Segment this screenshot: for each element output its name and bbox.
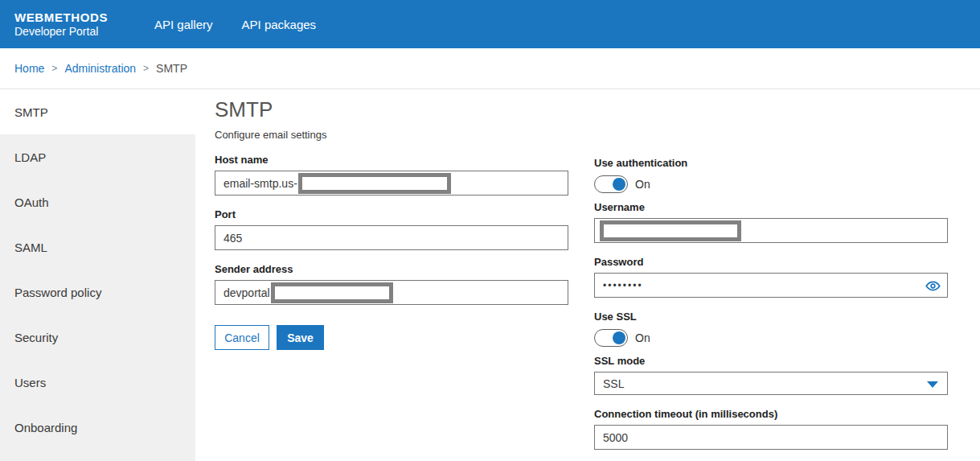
sidebar-item-smtp[interactable]: SMTP	[0, 89, 195, 134]
username-input[interactable]	[594, 218, 948, 243]
breadcrumb-home[interactable]: Home	[14, 62, 44, 75]
nav-api-packages[interactable]: API packages	[242, 18, 317, 31]
port-label: Port	[215, 208, 568, 220]
connection-timeout-input[interactable]	[594, 425, 948, 450]
sender-address-input[interactable]: devportal	[215, 280, 568, 305]
sidebar-item-security[interactable]: Security	[0, 315, 195, 360]
connection-timeout-field-group: Connection timeout (in milliseconds)	[594, 408, 948, 450]
redaction-box	[271, 282, 393, 303]
password-masked-value: ••••••••	[603, 280, 643, 291]
use-ssl-toggle[interactable]	[594, 329, 628, 347]
ssl-mode-selected-value: SSL	[603, 377, 624, 390]
password-label: Password	[594, 256, 948, 268]
webmethods-logo[interactable]: WEBMETHODS Developer Portal	[14, 10, 108, 39]
sender-address-label: Sender address	[215, 263, 568, 275]
sidebar-item-onboarding[interactable]: Onboarding	[0, 405, 195, 450]
port-input[interactable]	[215, 225, 568, 250]
use-ssl-row: On	[594, 329, 948, 347]
app-header: WEBMETHODS Developer Portal API gallery …	[0, 0, 980, 48]
page-subtitle: Configure email settings	[215, 129, 980, 141]
nav-api-gallery[interactable]: API gallery	[154, 18, 213, 31]
header-nav: API gallery API packages	[154, 18, 316, 31]
ssl-mode-label: SSL mode	[594, 355, 948, 367]
logo-subtitle: Developer Portal	[14, 25, 108, 39]
host-name-label: Host name	[215, 154, 568, 166]
sidebar-item-password-policy[interactable]: Password policy	[0, 270, 195, 315]
admin-sidebar: SMTP LDAP OAuth SAML Password policy Sec…	[0, 89, 195, 461]
sidebar-item-users[interactable]: Users	[0, 360, 195, 405]
use-authentication-label: Use authentication	[594, 157, 948, 169]
ssl-mode-select[interactable]: SSL	[594, 372, 948, 395]
sender-address-field-group: Sender address devportal	[215, 263, 568, 305]
breadcrumb-separator-icon: >	[143, 63, 149, 74]
host-name-value: email-smtp.us-	[223, 177, 297, 190]
username-field-group: Username	[594, 201, 948, 243]
host-name-field-group: Host name email-smtp.us-	[215, 154, 568, 196]
toggle-knob	[613, 331, 625, 344]
use-ssl-state: On	[635, 331, 650, 344]
port-field-group: Port	[215, 208, 568, 250]
username-label: Username	[594, 201, 948, 213]
host-name-input[interactable]: email-smtp.us-	[215, 171, 568, 196]
redaction-box	[600, 220, 741, 241]
use-authentication-row: On	[594, 175, 948, 193]
breadcrumb: Home > Administration > SMTP	[0, 48, 980, 89]
ssl-mode-field-group: SSL mode SSL	[594, 355, 948, 395]
show-password-icon[interactable]	[925, 278, 941, 294]
smtp-settings-page: WEBMETHODS Developer Portal API gallery …	[0, 0, 980, 461]
main-content: SMTP Configure email settings Host name …	[195, 89, 980, 461]
logo-title: WEBMETHODS	[14, 10, 108, 25]
dropdown-caret-icon	[927, 381, 938, 388]
sidebar-item-ldap[interactable]: LDAP	[0, 134, 195, 179]
password-input[interactable]: ••••••••	[594, 273, 948, 298]
password-field-group: Password ••••••••	[594, 256, 948, 298]
save-button[interactable]: Save	[277, 325, 324, 350]
sidebar-item-oauth[interactable]: OAuth	[0, 179, 195, 224]
form-right-column: Use authentication On Username Password	[594, 157, 948, 461]
page-title: SMTP	[215, 97, 980, 121]
form-left-column: Host name email-smtp.us- Port Sender add…	[215, 154, 568, 461]
sender-address-value: devportal	[223, 286, 270, 299]
sidebar-item-saml[interactable]: SAML	[0, 224, 195, 270]
breadcrumb-current-smtp: SMTP	[156, 62, 187, 75]
toggle-knob	[613, 178, 625, 191]
use-ssl-label: Use SSL	[594, 311, 948, 323]
cancel-button[interactable]: Cancel	[215, 325, 269, 350]
form-actions: Cancel Save	[215, 325, 568, 350]
use-authentication-toggle[interactable]	[594, 175, 628, 193]
redaction-box	[298, 173, 451, 194]
breadcrumb-administration[interactable]: Administration	[64, 62, 136, 75]
use-authentication-state: On	[635, 178, 650, 191]
breadcrumb-separator-icon: >	[51, 63, 57, 74]
connection-timeout-label: Connection timeout (in milliseconds)	[594, 408, 948, 420]
